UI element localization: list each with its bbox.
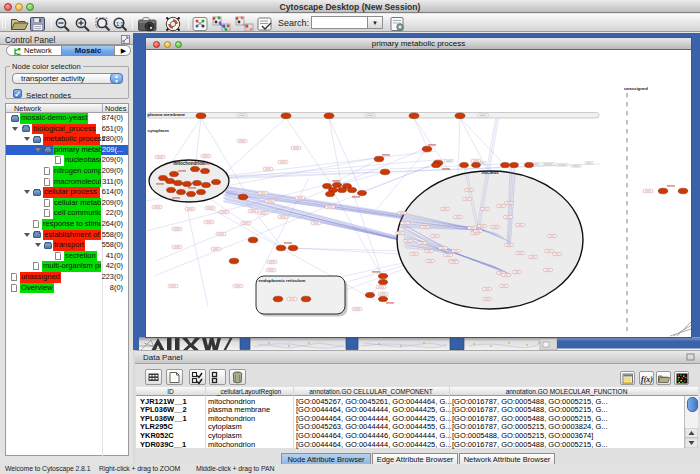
svg-text:mitochondrion: mitochondrion (173, 161, 205, 166)
svg-text:nucleus: nucleus (481, 170, 499, 175)
svg-text:1:1: 1:1 (116, 21, 124, 27)
svg-text:f(x): f(x) (641, 375, 653, 384)
svg-text:endoplasmic reticulum: endoplasmic reticulum (259, 277, 306, 282)
svg-text:unassigned: unassigned (624, 86, 648, 91)
svg-text:cytoplasm: cytoplasm (148, 128, 169, 133)
svg-text:plasma membrane: plasma membrane (148, 112, 186, 117)
